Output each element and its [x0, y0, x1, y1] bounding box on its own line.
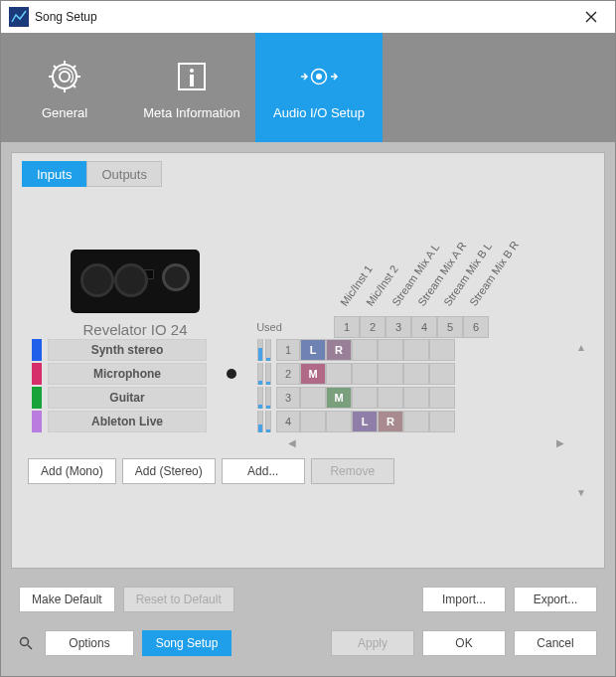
routing-cell[interactable]: [352, 363, 378, 385]
content-area: Inputs Outputs Revelator IO 24 Used: [1, 142, 615, 676]
make-default-button[interactable]: Make Default: [19, 587, 115, 612]
apply-button[interactable]: Apply: [331, 630, 414, 656]
input-rows: Synth stereo1LRMicrophone2MGuitar3MAblet…: [28, 338, 588, 433]
channel-number: 1: [334, 316, 360, 338]
h-scroll[interactable]: ◀ ▶: [28, 433, 588, 452]
row-name[interactable]: Microphone: [48, 363, 207, 385]
svg-point-15: [316, 74, 322, 80]
routing-cell[interactable]: [403, 363, 429, 385]
routing-cell[interactable]: R: [378, 411, 403, 432]
routing-cell[interactable]: [300, 411, 326, 432]
scroll-right-icon: ▶: [556, 437, 564, 448]
routing-cell[interactable]: L: [352, 411, 378, 432]
svg-line-9: [73, 66, 76, 69]
level-meter: [265, 363, 271, 385]
routing-cell[interactable]: L: [300, 339, 326, 361]
add-button[interactable]: Add...: [222, 458, 305, 484]
channel-headers: Mic/Inst 11Mic/Inst 22Stream Mix A L3Str…: [334, 209, 489, 338]
row-name[interactable]: Guitar: [48, 387, 207, 409]
routing-cell[interactable]: [352, 339, 378, 361]
channel-header: Stream Mix A R4: [411, 239, 437, 338]
routing-cell[interactable]: M: [300, 363, 326, 385]
level-meter: [257, 411, 263, 432]
used-indicator-icon: [227, 369, 236, 379]
routing-cell[interactable]: [403, 387, 429, 409]
device-name: Revelator IO 24: [82, 321, 187, 338]
options-button[interactable]: Options: [45, 630, 134, 656]
audio-io-icon: [298, 59, 340, 94]
input-row[interactable]: Ableton Live4LR: [28, 410, 588, 433]
level-meter: [257, 363, 263, 385]
io-panel: Inputs Outputs Revelator IO 24 Used: [11, 152, 605, 569]
scroll-up-icon: ▲: [576, 342, 590, 353]
row-number: 2: [276, 363, 300, 385]
routing-cell[interactable]: [429, 363, 455, 385]
routing-cell[interactable]: R: [326, 339, 352, 361]
subtab-outputs[interactable]: Outputs: [86, 161, 162, 187]
bottom-button-row: Options Song Setup Apply OK Cancel: [11, 630, 605, 666]
routing-cell[interactable]: [378, 339, 403, 361]
channel-number: 4: [411, 316, 437, 338]
input-row[interactable]: Microphone2M: [28, 362, 588, 386]
routing-cell[interactable]: [352, 387, 378, 409]
routing-cell[interactable]: [429, 339, 455, 361]
top-tabs: General Meta Information Au: [1, 33, 615, 142]
row-name[interactable]: Synth stereo: [48, 339, 207, 361]
channel-number: 3: [385, 316, 411, 338]
routing-grid: Revelator IO 24 Used Mic/Inst 11Mic/Inst…: [22, 193, 594, 558]
magnifier-icon[interactable]: [19, 636, 33, 650]
row-color-swatch: [32, 411, 42, 432]
row-color-swatch: [32, 387, 42, 409]
level-meter: [265, 387, 271, 409]
row-number: 4: [276, 411, 300, 432]
svg-point-12: [190, 69, 194, 73]
io-sub-tabs: Inputs Outputs: [22, 161, 594, 187]
routing-cell[interactable]: [429, 411, 455, 432]
svg-point-2: [60, 72, 70, 82]
routing-cell[interactable]: [378, 387, 403, 409]
routing-cell[interactable]: [326, 411, 352, 432]
subtab-inputs[interactable]: Inputs: [22, 161, 86, 187]
remove-button[interactable]: Remove: [311, 458, 394, 484]
channel-header: Mic/Inst 11: [334, 239, 360, 338]
tab-audio-io[interactable]: Audio I/O Setup: [255, 33, 383, 142]
v-scroll[interactable]: ▲ ▼: [576, 342, 590, 498]
routing-cell[interactable]: [403, 339, 429, 361]
svg-line-8: [73, 85, 76, 87]
routing-cells: LR: [300, 411, 455, 432]
add-stereo-button[interactable]: Add (Stereo): [122, 458, 216, 484]
scroll-left-icon: ◀: [288, 437, 296, 448]
svg-line-10: [54, 85, 57, 87]
routing-cell[interactable]: [300, 387, 326, 409]
row-name[interactable]: Ableton Live: [48, 411, 207, 432]
channel-number: 6: [463, 316, 489, 338]
routing-cell[interactable]: [326, 363, 352, 385]
close-button[interactable]: [569, 2, 613, 32]
cancel-button[interactable]: Cancel: [514, 630, 597, 656]
tab-meta[interactable]: Meta Information: [128, 33, 255, 142]
window-title: Song Setup: [35, 10, 569, 24]
app-icon: [9, 7, 29, 27]
routing-cell[interactable]: [403, 411, 429, 432]
level-meter: [257, 339, 263, 361]
svg-line-7: [54, 66, 57, 69]
import-button[interactable]: Import...: [422, 587, 506, 612]
export-button[interactable]: Export...: [514, 587, 597, 612]
song-setup-button[interactable]: Song Setup: [142, 630, 231, 656]
reset-default-button[interactable]: Reset to Default: [123, 587, 234, 612]
tab-general-label: General: [42, 105, 87, 120]
tab-general[interactable]: General: [1, 33, 128, 142]
routing-cell[interactable]: [429, 387, 455, 409]
add-mono-button[interactable]: Add (Mono): [28, 458, 116, 484]
svg-line-17: [28, 645, 32, 649]
device-image: [71, 250, 200, 313]
tab-audio-io-label: Audio I/O Setup: [273, 105, 365, 120]
routing-cell[interactable]: M: [326, 387, 352, 409]
input-row[interactable]: Guitar3M: [28, 386, 588, 410]
ok-button[interactable]: OK: [422, 630, 506, 656]
channel-header: Stream Mix A L3: [385, 239, 411, 338]
routing-cell[interactable]: [378, 363, 403, 385]
device-block: Revelator IO 24: [56, 250, 215, 338]
tab-meta-label: Meta Information: [143, 105, 240, 120]
input-row[interactable]: Synth stereo1LR: [28, 338, 588, 362]
